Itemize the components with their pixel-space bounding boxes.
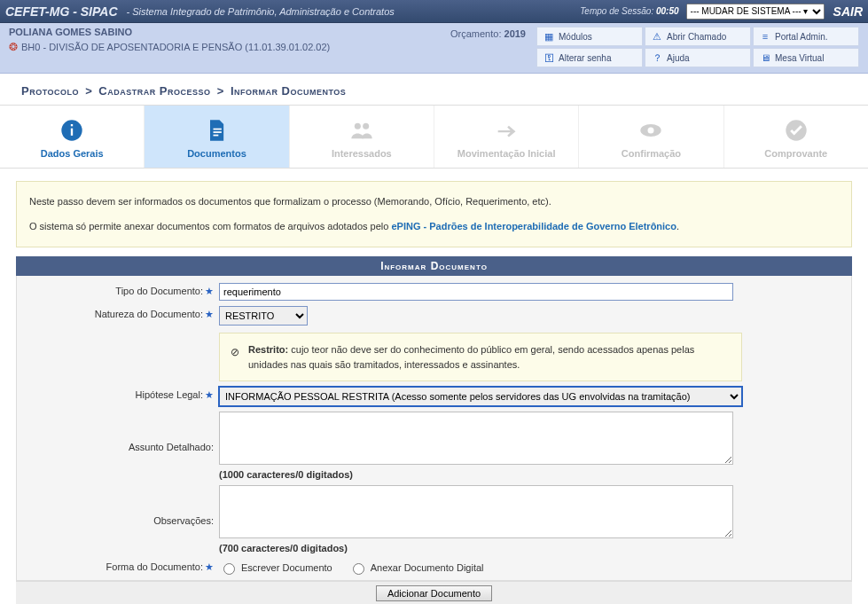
mesa-virtual-link[interactable]: 🖥 Mesa Virtual — [753, 48, 859, 67]
svg-rect-4 — [214, 131, 222, 133]
svg-rect-2 — [71, 124, 73, 126]
forma-escrever-radio[interactable] — [223, 563, 235, 575]
help-icon: ？ — [651, 51, 663, 65]
instructions-box: Neste passo devem ser informados os docu… — [16, 181, 852, 247]
eye-icon — [638, 118, 663, 143]
tipo-documento-input[interactable] — [219, 283, 733, 301]
logout-link[interactable]: SAIR — [833, 4, 863, 19]
instructions-line1: Neste passo devem ser informados os docu… — [29, 194, 839, 210]
info-icon — [59, 118, 84, 143]
forma-escrever-option[interactable]: Escrever Documento — [219, 561, 332, 575]
breadcrumb-cadastrar[interactable]: Cadastrar Processo — [98, 84, 210, 98]
restrito-note: ⊘ Restrito: cujo teor não deve ser do co… — [219, 333, 742, 381]
obs-label: Observações: — [24, 513, 219, 526]
adicionar-documento-button[interactable]: Adicionar Documento — [376, 585, 492, 601]
open-ticket-link[interactable]: ⚠ Abrir Chamado — [645, 27, 751, 46]
eping-link[interactable]: ePING - Padrões de Interoperabilidade de… — [391, 221, 676, 231]
modules-link[interactable]: ▦ Módulos — [536, 27, 643, 46]
step-comprovante: Comprovante — [724, 106, 868, 168]
hipotese-label: Hipótese Legal:★ — [24, 387, 219, 401]
user-unit: ❂ BH0 - DIVISÃO DE APOSENTADORIA E PENSÃ… — [9, 41, 450, 53]
instructions-line2: O sistema só permite anexar documentos c… — [29, 219, 839, 235]
brand: CEFET-MG - SIPAC — [5, 4, 118, 19]
budget-year: Orçamento: 2019 — [450, 27, 536, 39]
svg-point-7 — [363, 123, 369, 129]
quick-links: ▦ Módulos ⚠ Abrir Chamado ≡ Portal Admin… — [536, 27, 859, 67]
svg-rect-3 — [214, 129, 222, 130]
forma-anexar-option[interactable]: Anexar Documento Digital — [348, 561, 484, 575]
session-time: Tempo de Sessão: 00:50 — [580, 6, 678, 16]
change-password-link[interactable]: ⚿ Alterar senha — [536, 48, 643, 67]
natureza-select[interactable]: RESTRITO — [219, 306, 308, 326]
check-icon — [784, 118, 809, 143]
key-icon: ⚿ — [543, 52, 555, 63]
system-switch-select[interactable]: --- MUDAR DE SISTEMA --- ▾ — [686, 4, 825, 20]
svg-point-6 — [355, 123, 361, 129]
obs-textarea[interactable] — [219, 485, 733, 538]
svg-rect-5 — [214, 135, 219, 137]
user-bar: POLIANA GOMES SABINO ❂ BH0 - DIVISÃO DE … — [0, 23, 868, 74]
forma-anexar-radio[interactable] — [353, 563, 364, 575]
hipotese-select[interactable]: INFORMAÇÃO PESSOAL RESTRITA (Acesso some… — [219, 387, 742, 406]
assunto-textarea[interactable] — [219, 412, 733, 465]
breadcrumb-informar: Informar Documentos — [231, 84, 346, 98]
obs-counter: (700 caracteres/0 digitados) — [219, 543, 844, 553]
breadcrumb: Protocolo > Cadastrar Processo > Informa… — [0, 74, 868, 105]
breadcrumb-protocolo[interactable]: Protocolo — [21, 84, 79, 98]
assunto-label: Assunto Detalhado: — [24, 439, 219, 452]
forma-label: Forma do Documento:★ — [24, 559, 219, 573]
step-dados-gerais[interactable]: Dados Gerais — [0, 106, 145, 168]
tipo-label: Tipo do Documento:★ — [24, 283, 219, 297]
brand-subtitle: - Sistema Integrado de Patrimônio, Admin… — [127, 6, 581, 17]
step-movimentacao: Movimentação Inicial — [434, 106, 579, 168]
user-name: POLIANA GOMES SABINO — [9, 27, 450, 37]
block-icon: ⊘ — [231, 344, 239, 360]
people-icon — [349, 118, 374, 143]
arrow-icon — [494, 118, 519, 143]
step-interessados: Interessados — [290, 106, 434, 168]
modules-icon: ▦ — [543, 31, 555, 43]
desk-icon: 🖥 — [759, 52, 771, 63]
alert-icon: ⚠ — [651, 31, 663, 43]
step-confirmacao: Confirmação — [579, 106, 723, 168]
assunto-counter: (1000 caracteres/0 digitados) — [219, 469, 844, 480]
natureza-label: Natureza do Documento:★ — [24, 306, 219, 320]
svg-point-9 — [648, 128, 654, 134]
help-link[interactable]: ？ Ajuda — [645, 48, 751, 67]
document-form: Informar Documento Tipo do Documento:★ N… — [16, 256, 852, 604]
top-bar: CEFET-MG - SIPAC - Sistema Integrado de … — [0, 0, 868, 23]
svg-rect-1 — [71, 129, 73, 136]
document-icon — [204, 118, 229, 143]
globe-icon: ❂ — [9, 41, 18, 53]
portal-admin-link[interactable]: ≡ Portal Admin. — [753, 27, 859, 46]
wizard-steps: Dados Gerais Documentos Interessados Mov… — [0, 105, 868, 169]
form-title: Informar Documento — [16, 256, 852, 276]
step-documentos[interactable]: Documentos — [145, 106, 289, 168]
menu-icon: ≡ — [759, 31, 771, 42]
